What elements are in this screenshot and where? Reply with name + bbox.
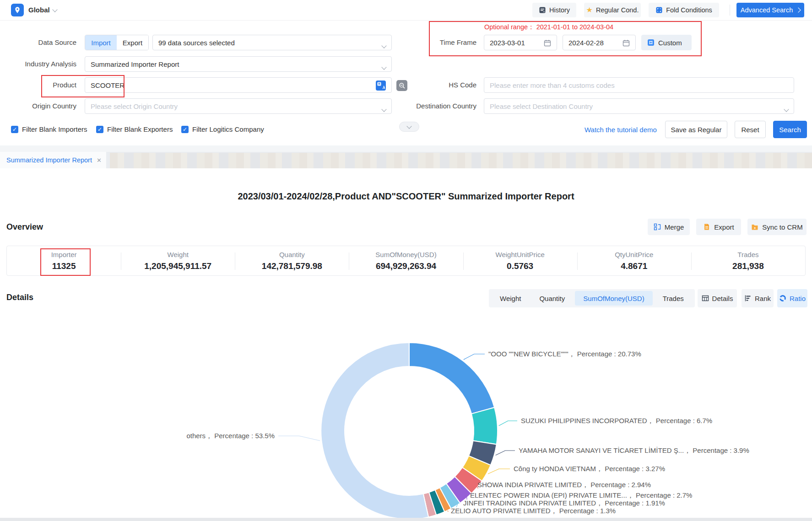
merge-button-label: Merge: [665, 223, 684, 231]
global-region-logo[interactable]: [11, 4, 24, 16]
importer-ratio-donut-chart[interactable]: "OOO ""NEW BICYCLE"""， Percentage : 20.7…: [0, 302, 812, 521]
export-tab[interactable]: Export: [117, 35, 148, 50]
hs-code-label: HS Code: [403, 77, 476, 93]
report-tabbar: Summarized Importer Report ✕: [0, 152, 812, 168]
overview-stats-panel: Importer11325 Weight1,205,945,911.57 Qua…: [6, 246, 806, 276]
view-ratio-label: Ratio: [790, 295, 806, 302]
fold-conditions-button[interactable]: Fold Conditions: [649, 3, 719, 17]
chevron-down-icon: [381, 64, 386, 70]
stat-value: 4.8671: [621, 261, 647, 271]
slice-label: Công ty HONDA VIETNAM， Percentage : 3.27…: [514, 465, 665, 473]
advanced-search-button[interactable]: Advanced Search: [736, 3, 804, 17]
data-sources-select[interactable]: 99 data sources selected: [152, 35, 392, 50]
destination-country-select[interactable]: Please select Destination Country: [484, 98, 794, 114]
origin-country-select[interactable]: Please select Origin Country: [85, 98, 392, 114]
data-sources-value: 99 data sources selected: [158, 39, 235, 47]
chevron-down-icon: [381, 43, 386, 48]
chevron-right-icon: [796, 7, 801, 12]
save-as-regular-button[interactable]: Save as Regular: [665, 121, 727, 138]
data-source-label: Data Source: [3, 35, 76, 50]
collapse-conditions-button[interactable]: [399, 122, 419, 132]
product-input[interactable]: SCOOTER: [85, 77, 392, 93]
industry-analysis-value: Summarized Importer Report: [91, 60, 179, 68]
date-end-input[interactable]: 2024-02-28: [563, 35, 636, 50]
tab-title: Summarized Importer Report: [6, 156, 92, 164]
export-button-label: Export: [714, 223, 734, 231]
slice-label: SUZUKI PHILIPPINES INCORPORATED， Percent…: [521, 417, 712, 425]
stat-label: Quantity: [279, 251, 305, 258]
stat-label: QtyUnitPrice: [615, 251, 653, 258]
origin-country-placeholder: Please select Origin Country: [91, 102, 178, 110]
overview-heading: Overview: [6, 222, 43, 232]
history-button[interactable]: History: [532, 3, 576, 17]
industry-analysis-select[interactable]: Summarized Importer Report: [85, 56, 392, 72]
stat-sumofmoney: SumOfMoney(USD)694,929,263.94: [349, 246, 463, 275]
origin-country-label: Origin Country: [3, 98, 76, 114]
pie-slice: [471, 408, 498, 445]
chevron-down-icon: [784, 107, 789, 112]
label-leader-line: [447, 511, 449, 511]
label-leader-line: [278, 436, 320, 441]
hs-code-input[interactable]: Please enter more than 4 customs codes: [484, 77, 794, 93]
translate-icon[interactable]: [376, 81, 386, 91]
label-leader-line: [488, 469, 510, 474]
slice-label: "OOO ""NEW BICYCLE"""， Percentage : 20.7…: [488, 350, 641, 359]
stat-label: WeightUnitPrice: [496, 251, 545, 258]
time-frame-label: Time Frame: [403, 35, 476, 50]
stat-qtyunitprice: QtyUnitPrice4.8671: [577, 246, 691, 275]
reset-button[interactable]: Reset: [735, 121, 766, 138]
pie-slice: [409, 343, 494, 414]
tab-summarized-importer-report[interactable]: Summarized Importer Report ✕: [0, 152, 106, 168]
date-end-value: 2024-02-28: [568, 39, 604, 47]
slice-label: YAMAHA MOTOR SANAYI VE TİCARET LİMİTED Ş…: [519, 446, 749, 455]
export-icon: [703, 223, 710, 231]
stat-label: Trades: [737, 251, 758, 258]
region-selector-label[interactable]: Global: [28, 0, 50, 20]
stat-value: 694,929,263.94: [376, 261, 436, 271]
custom-range-label: Custom: [658, 39, 682, 47]
label-leader-line: [499, 421, 517, 426]
date-start-value: 2023-03-01: [490, 39, 525, 47]
regular-cond-button-label: Regular Cond.: [596, 6, 639, 14]
chevron-down-icon[interactable]: [52, 7, 57, 12]
slice-label: SHOWA INDIA PRIVATE LIMITED， Percentage …: [477, 481, 651, 489]
rank-icon: [744, 295, 752, 302]
regular-cond-button[interactable]: ★ Regular Cond.: [584, 3, 641, 17]
form-tab-divider: [0, 145, 812, 152]
stat-value: 0.5763: [507, 261, 533, 271]
filter-blank-importers-label: Filter Blank Importers: [22, 125, 87, 134]
stat-label: Weight: [168, 251, 189, 258]
location-pin-icon: [14, 6, 21, 14]
optional-range-text: Optional range： 2021-01-01 to 2024-03-04: [484, 23, 613, 32]
sync-to-crm-button[interactable]: Sync to CRM: [747, 219, 807, 235]
sync-crm-icon: [751, 223, 758, 231]
merge-button[interactable]: Merge: [648, 219, 690, 235]
destination-country-label: Destination Country: [403, 98, 476, 114]
fold-conditions-icon: [655, 6, 663, 14]
product-label: Product: [3, 77, 76, 93]
slice-label: others， Percentage : 53.5%: [186, 432, 275, 440]
view-rank-label: Rank: [755, 295, 771, 302]
close-icon[interactable]: ✕: [97, 157, 102, 164]
import-tab[interactable]: Import: [85, 35, 117, 50]
export-button[interactable]: Export: [696, 219, 741, 235]
sync-to-crm-label: Sync to CRM: [762, 223, 802, 231]
chevron-down-icon: [406, 124, 411, 129]
stat-value: 142,781,579.98: [262, 261, 322, 271]
label-leader-line: [464, 354, 485, 360]
merge-icon: [654, 223, 661, 231]
filter-blank-importers-checkbox[interactable]: ✓: [11, 126, 18, 133]
topbar: Global History ★ Regular Cond. Fold Cond…: [0, 0, 812, 21]
search-button[interactable]: Search: [773, 121, 807, 138]
filter-logitics-company-checkbox[interactable]: ✓: [181, 126, 189, 133]
date-start-input[interactable]: 2023-03-01: [484, 35, 557, 50]
filter-blank-exporters-checkbox[interactable]: ✓: [96, 126, 103, 133]
bottom-scrollbar-track[interactable]: [0, 518, 812, 521]
stat-importer: Importer11325: [7, 246, 121, 275]
custom-range-button[interactable]: Custom: [641, 35, 692, 50]
tutorial-link[interactable]: Watch the tutorial demo: [585, 126, 657, 134]
blurred-tabs-area: [110, 153, 812, 168]
hs-code-placeholder: Please enter more than 4 customs codes: [490, 81, 615, 89]
star-icon: ★: [586, 6, 593, 14]
history-icon: [539, 6, 546, 14]
